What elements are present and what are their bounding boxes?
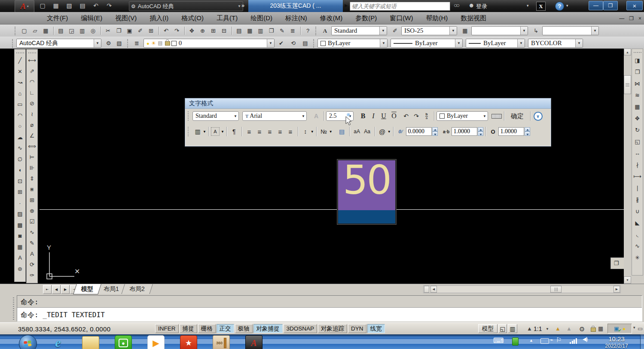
rotate-icon[interactable]: ↻: [632, 124, 642, 136]
next-tab-button[interactable]: ▶: [61, 285, 70, 294]
zoom-window-icon[interactable]: ⊞: [208, 25, 219, 36]
trim-icon[interactable]: ∤: [632, 159, 642, 171]
columns-icon[interactable]: ▥: [192, 126, 203, 137]
toolbar-grip[interactable]: [313, 39, 316, 48]
publish-icon[interactable]: ▥: [77, 25, 88, 36]
jogged-linear-icon[interactable]: ∿: [27, 227, 37, 238]
toolbar-grip[interactable]: [127, 39, 130, 48]
mtext-justification-icon[interactable]: A: [211, 127, 220, 136]
scroll-right-button[interactable]: ▶: [613, 286, 620, 293]
menu-item[interactable]: 参数(P): [349, 12, 383, 24]
rectangle-icon[interactable]: ▭: [15, 99, 25, 110]
copy-icon[interactable]: ❐: [113, 25, 124, 36]
tray-bulb-icon[interactable]: ●: [623, 326, 626, 332]
ruler-toggle-button[interactable]: [491, 111, 502, 121]
chevron-down-icon[interactable]: ▾: [633, 325, 635, 330]
minimize-button[interactable]: —: [589, 1, 603, 10]
center-mark-icon[interactable]: ⊕: [27, 205, 37, 216]
break-icon[interactable]: ∦: [632, 194, 642, 205]
layout-tab[interactable]: 模型: [73, 284, 101, 294]
drawing-canvas[interactable]: ╱✕↝⌂▭◠○☁∿∅◖⊡⊞·▨▩◙▦A⊚ ⟷⇗◠∟⊘≀⌀∠⟺⊨⊪⇕⋇⊞⊕☑∿✎A…: [0, 49, 644, 284]
table-style-combo[interactable]: [471, 26, 528, 35]
status-toggle-button[interactable]: 对象追踪: [318, 324, 347, 333]
markup-icon[interactable]: ✎: [277, 25, 287, 36]
taskbar-item-autocad[interactable]: A: [244, 335, 264, 349]
redo-button[interactable]: ↷: [411, 111, 421, 121]
application-menu-button[interactable]: A ▾: [15, 0, 34, 12]
layer-states-icon[interactable]: ▤: [300, 38, 311, 49]
hscrollbar-thumb[interactable]: [550, 286, 562, 293]
status-toggle-button[interactable]: 3DOSNAP: [284, 324, 317, 333]
coordinates-readout[interactable]: 3580.3334, 2543.6502, 0.0000: [18, 325, 111, 333]
bold-button[interactable]: B: [358, 111, 368, 121]
dim-style-combo[interactable]: ISO-25: [401, 26, 457, 35]
toolbar-grip[interactable]: [315, 27, 318, 35]
doc-close-button[interactable]: ×: [638, 15, 641, 21]
drawing-line[interactable]: [40, 209, 624, 210]
align-justify-icon[interactable]: ≡: [275, 126, 285, 137]
insert-field-icon[interactable]: ▤: [337, 126, 347, 137]
menu-item[interactable]: 绘图(D): [244, 12, 279, 24]
status-toggle-button[interactable]: 对象捕捉: [253, 324, 283, 333]
hatch-icon[interactable]: ▨: [15, 208, 25, 220]
toolbar-grip[interactable]: [15, 27, 17, 35]
circle-icon[interactable]: ○: [15, 121, 25, 132]
italic-button[interactable]: I: [368, 111, 378, 121]
bring-to-front-icon[interactable]: ❐: [611, 258, 622, 269]
ellipse-arc-icon[interactable]: ◖: [15, 165, 25, 176]
status-toggle-button[interactable]: DYN: [348, 324, 366, 333]
scroll-left-button[interactable]: ◀: [430, 286, 437, 293]
layer-combo[interactable]: ● ☀ ▤ 0: [143, 39, 275, 48]
chevron-down-icon[interactable]: ▾: [527, 3, 529, 8]
dimension-update-icon[interactable]: ⟳: [27, 259, 37, 270]
point-icon[interactable]: ·: [15, 198, 25, 209]
toolbar-grip[interactable]: [12, 39, 15, 48]
arc-length-icon[interactable]: ◠: [27, 77, 37, 87]
mtext-editor-box[interactable]: 50: [337, 159, 396, 224]
annotation-visibility-icon[interactable]: ▲: [555, 325, 561, 332]
taskbar-item-360zip[interactable]: 360: [211, 335, 231, 349]
break-at-point-icon[interactable]: ∣: [632, 182, 642, 194]
exchange-apps-icon[interactable]: X: [536, 2, 546, 11]
design-center-icon[interactable]: ▦: [244, 25, 255, 36]
dimension-text-edit-icon[interactable]: A: [27, 248, 37, 259]
dialog-color-combo[interactable]: ByLayer▼: [436, 111, 488, 121]
chamfer-icon[interactable]: ◣: [632, 217, 642, 229]
make-block-icon[interactable]: ⊞: [15, 187, 25, 198]
sheet-set-icon[interactable]: ❐: [266, 25, 277, 36]
ellipse-icon[interactable]: ∅: [15, 154, 25, 165]
multileader-style-icon[interactable]: ↳: [531, 25, 541, 36]
tray-keyboard-icon[interactable]: ⌨: [493, 336, 504, 345]
table-style-icon[interactable]: ▦: [460, 25, 470, 36]
print-icon[interactable]: ▤: [78, 1, 87, 10]
arc-icon[interactable]: ◠: [15, 110, 25, 121]
dimension-break-icon[interactable]: ⋇: [27, 184, 37, 195]
menu-item[interactable]: 插入(I): [143, 12, 175, 24]
open-icon[interactable]: ▱: [30, 25, 40, 36]
layer-lock-icon[interactable]: [165, 41, 170, 46]
undo-button[interactable]: ↶: [401, 111, 411, 121]
display-settings-icon[interactable]: ▧: [114, 38, 125, 49]
plot-icon[interactable]: ▤: [55, 25, 66, 36]
plot-preview-icon[interactable]: ◲: [66, 25, 77, 36]
tracking-field[interactable]: 1.0000: [452, 127, 477, 136]
explode-icon[interactable]: ✳: [632, 252, 642, 263]
oblique-spinner[interactable]: [432, 127, 438, 136]
restore-button[interactable]: ❐: [603, 1, 618, 10]
stack-button[interactable]: ba: [421, 111, 432, 121]
quick-calc-icon[interactable]: ≣: [287, 25, 298, 36]
line-spacing-icon[interactable]: ↕: [300, 126, 311, 137]
tray-action-center-flag-icon[interactable]: ⚐: [556, 336, 562, 344]
layer-properties-icon[interactable]: ≣: [131, 38, 142, 49]
zoom-realtime-icon[interactable]: ⊕: [197, 25, 208, 36]
tracking-spinner[interactable]: [478, 127, 483, 136]
first-tab-button[interactable]: ⇤: [43, 285, 52, 294]
chevron-down-icon[interactable]: ▼: [546, 327, 549, 331]
dialog-title[interactable]: 文字格式: [185, 98, 551, 109]
search-icon[interactable]: ○○: [454, 2, 458, 9]
line-icon[interactable]: ╱: [15, 55, 25, 66]
radius-icon[interactable]: ⊘: [27, 98, 37, 109]
aligned-dimension-icon[interactable]: ⇗: [27, 66, 37, 77]
move-icon[interactable]: ✥: [632, 113, 642, 124]
menu-item[interactable]: 数据视图: [454, 12, 493, 24]
